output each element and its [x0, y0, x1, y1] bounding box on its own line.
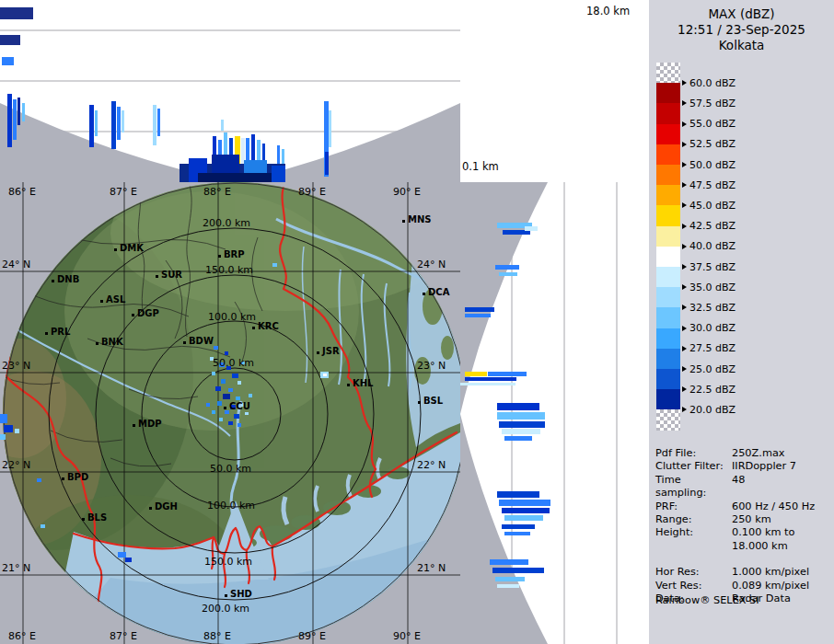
scale-label: 30.0 dBZ	[682, 322, 736, 335]
echo-bar	[2, 57, 14, 65]
echo-blob	[212, 410, 215, 414]
scale-color-box	[656, 103, 680, 124]
scale-tick-arrow	[682, 284, 687, 290]
city-label: BLS	[87, 512, 107, 523]
city-dot	[224, 407, 226, 409]
scale-label: 52.5 dBZ	[682, 138, 736, 151]
echo-blob	[125, 558, 132, 562]
scale-tick-arrow	[682, 244, 687, 249]
echo-blob	[272, 263, 277, 267]
scale-color-box	[656, 328, 680, 350]
echo-blob	[212, 372, 215, 375]
city-dot	[52, 280, 54, 282]
info-value: 48	[732, 474, 745, 500]
longitude-label-top: 89° E	[298, 186, 326, 198]
range-ring-label: 50.0 km	[210, 463, 251, 475]
scale-label: 27.5 dBZ	[682, 342, 736, 355]
city-label: DNB	[57, 274, 79, 284]
echo-bar	[497, 491, 539, 498]
echo-bar	[329, 110, 331, 147]
scale-label: 37.5 dBZ	[682, 260, 736, 273]
scale-label: 32.5 dBZ	[682, 301, 736, 314]
city-dot	[96, 342, 98, 345]
info-row: Height:0.100 km to	[655, 526, 830, 539]
echo-bar	[7, 94, 12, 147]
echo-blob	[217, 401, 222, 406]
scale-color-box	[656, 389, 680, 410]
echo-bar	[0, 35, 20, 45]
scale-tick-arrow	[682, 202, 687, 208]
echo-bar	[282, 149, 284, 164]
info-label: Vert Res:	[655, 580, 732, 592]
latitude-label-left: 24° N	[2, 259, 30, 270]
echo-bar	[17, 98, 20, 125]
scale-color-box	[656, 307, 680, 328]
latitude-label-right: 22° N	[417, 459, 446, 471]
echo-bar	[497, 403, 539, 410]
city-dot	[347, 384, 350, 386]
map-overlays: 86° E86° E87° E87° E88° E88° E89° E89° E…	[0, 182, 460, 644]
echo-bar	[497, 584, 519, 588]
echo-bar	[22, 103, 25, 121]
scale-tick-arrow	[682, 162, 687, 167]
info-label	[655, 540, 732, 553]
city-dot	[149, 507, 152, 510]
info-row: Time sampling:48	[655, 474, 830, 500]
longitude-label-top: 86° E	[8, 186, 36, 198]
scale-tick-arrow	[682, 224, 687, 229]
longitude-label-top: 90° E	[393, 186, 421, 198]
city-label: CCU	[229, 401, 250, 411]
scale-tick-arrow	[682, 182, 687, 188]
range-ring-label: 150.0 km	[205, 264, 253, 276]
longitude-label-top: 88° E	[203, 186, 231, 198]
longitude-label-bottom: 86° E	[8, 630, 36, 642]
echo-bar	[504, 515, 543, 521]
city-label: BPD	[67, 472, 88, 482]
info-row: 18.000 km	[655, 540, 830, 553]
scale-color-box	[656, 226, 680, 247]
echo-blob	[0, 434, 6, 440]
scale-label-text: 42.5 dBZ	[689, 220, 736, 232]
city-label: DCA	[428, 287, 449, 297]
info-value: 0.089 km/pixel	[732, 580, 809, 592]
range-ring-label: 50.0 km	[213, 357, 254, 369]
radar-map-panel: 86° E86° E87° E87° E88° E88° E89° E89° E…	[0, 182, 460, 644]
echo-bar	[157, 109, 160, 136]
height-axis-max-label: 18.0 km	[586, 5, 630, 17]
echo-blob	[37, 478, 41, 482]
scale-label: 40.0 dBZ	[682, 240, 736, 253]
echo-blob	[228, 421, 233, 425]
echo-bar	[490, 559, 528, 565]
city-dot	[402, 220, 405, 223]
info-row: Clutter Filter:IIRDoppler 7	[655, 460, 830, 473]
echo-bar	[221, 120, 224, 131]
info-value: 1.000 km/pixel	[732, 566, 809, 579]
scale-color-box	[656, 409, 680, 431]
scale-label-text: 27.5 dBZ	[689, 342, 736, 354]
info-label: Height:	[655, 526, 732, 539]
info-label: Time sampling:	[655, 474, 732, 500]
city-label: BDW	[189, 336, 214, 346]
echo-bar	[497, 412, 545, 420]
city-dot	[218, 255, 221, 258]
scale-color-box	[656, 165, 680, 186]
city-dot	[100, 300, 103, 303]
echo-bar	[198, 173, 272, 182]
range-ring-label: 100.0 km	[208, 311, 256, 323]
city-label: ASL	[106, 294, 125, 305]
scale-tick-arrow	[682, 121, 687, 127]
echo-blob	[237, 423, 241, 427]
echo-blob	[4, 425, 13, 432]
scale-tick-arrow	[682, 100, 687, 106]
echo-bar	[95, 110, 98, 136]
echo-bar	[465, 377, 516, 381]
echo-blob	[245, 412, 249, 415]
city-label: BNK	[101, 337, 123, 347]
info-value: 600 Hz / 450 Hz	[732, 500, 815, 513]
scale-color-box	[656, 205, 680, 226]
right-panel-echoes	[460, 182, 649, 644]
range-ring-label: 200.0 km	[202, 603, 249, 615]
info-row: Hor Res:1.000 km/pixel	[655, 566, 830, 579]
scale-tick-arrow	[682, 366, 687, 372]
city-dot	[183, 341, 186, 344]
